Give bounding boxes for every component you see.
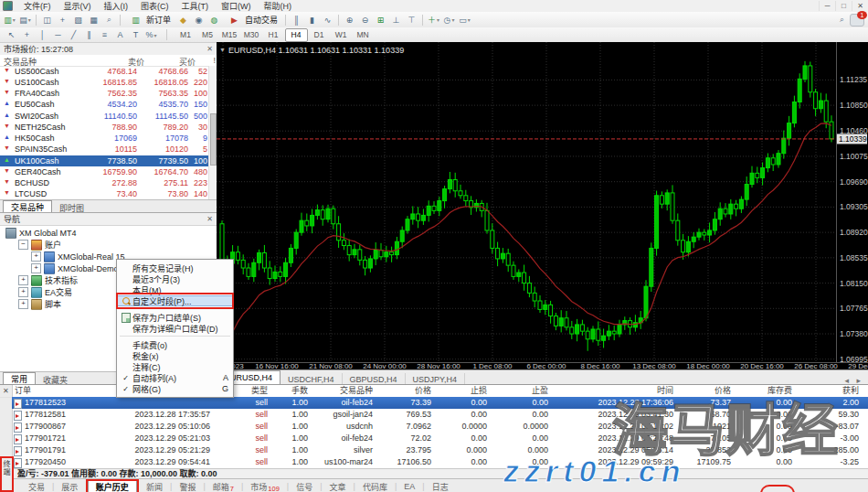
market-watch-row[interactable]: ▼US100Cash16815.8516818.05220 <box>0 77 209 88</box>
market-watch-scrollbar[interactable] <box>208 66 217 199</box>
history-col-10[interactable]: 库存费 <box>767 385 792 397</box>
zoom-out-icon[interactable]: ⊖ <box>358 14 372 26</box>
menu-item-插入(I)[interactable]: 插入(I) <box>98 0 135 12</box>
timeframe-W1[interactable]: W1 <box>331 29 352 41</box>
notifications-icon[interactable]: 1 <box>850 14 864 27</box>
market-watch-panel-icon[interactable]: ◫ <box>40 14 54 26</box>
tab-常用[interactable]: 常用 <box>3 372 36 385</box>
history-row[interactable]: 1779017912023.12.29 05:21:29sell1.00silv… <box>12 444 868 456</box>
menu-item-网格(G)[interactable]: ✓网格(G)G <box>117 383 233 394</box>
terminal-tab-EA[interactable]: EA <box>397 481 422 492</box>
cursor-icon[interactable]: ↖ <box>5 29 18 41</box>
history-row[interactable]: 1779008672023.12.29 05:10:06sell1.00usdc… <box>12 421 868 433</box>
history-row[interactable]: 1779204502023.12.29 09:54:41sell1.00us10… <box>12 456 868 468</box>
timeframe-H1[interactable]: H1 <box>263 29 284 41</box>
arrange-asc-icon[interactable]: ⊥ <box>389 14 403 26</box>
mt4-app-icon[interactable] <box>3 1 13 11</box>
line-chart-mode-icon[interactable]: ∿ <box>321 14 334 26</box>
menu-item-工具(T)[interactable]: 工具(T) <box>175 0 216 12</box>
menu-item-自定义时段(P)...[interactable]: 自定义时段(P)... <box>117 295 233 306</box>
terminal-tab-警报[interactable]: 警报 <box>172 481 203 492</box>
terminal-tab-邮箱[interactable]: 邮箱7 <box>206 481 241 492</box>
terminal-tab-文章[interactable]: 文章 <box>323 481 354 492</box>
history-col-3[interactable]: 手数 <box>291 385 308 397</box>
expander-icon[interactable]: + <box>18 299 28 309</box>
history-col-9[interactable]: 价格 <box>715 385 731 397</box>
terminal-tab-账户历史[interactable]: 账户历史 <box>88 480 137 492</box>
close-icon[interactable]: ✕ <box>206 45 213 53</box>
history-col-0[interactable]: 订单 <box>15 385 31 397</box>
history-col-7[interactable]: 止盈 <box>532 385 548 397</box>
fibonacci-tool-icon[interactable]: ≡ <box>98 29 111 41</box>
history-col-2[interactable]: 类型 <box>251 385 268 397</box>
terminal-tab-代码库[interactable]: 代码库 <box>355 481 395 492</box>
menu-item-自动排列(A)[interactable]: ✓自动排列(A)A <box>117 372 233 383</box>
timeframe-MN[interactable]: MN <box>353 29 374 41</box>
price-chart[interactable]: 1.112351.108501.104601.100751.096901.093… <box>217 42 868 369</box>
menu-item-手续费(o)[interactable]: 手续费(o) <box>117 339 233 350</box>
menu-item-所有交易记录(H)[interactable]: 所有交易记录(H) <box>117 262 233 273</box>
data-window-icon[interactable]: + <box>56 14 69 26</box>
channel-tool-icon[interactable]: ∥ <box>82 29 96 41</box>
menu-item-帮助(H)[interactable]: 帮助(H) <box>258 0 299 12</box>
shapes-tool-icon[interactable]: %▾ <box>144 29 158 41</box>
period-clock-icon[interactable]: ◷▾ <box>442 14 456 26</box>
new-order-button[interactable]: ▥新订单 <box>124 14 175 26</box>
community-icon[interactable]: ◉ <box>192 14 206 26</box>
menu-item-最近3个月(3)[interactable]: 最近3个月(3) <box>117 273 233 284</box>
label-tool-icon[interactable]: T <box>129 29 143 41</box>
text-tool-icon[interactable]: A <box>113 29 127 41</box>
timeframe-D1[interactable]: D1 <box>309 29 330 41</box>
terminal-tab-市场[interactable]: 市场109 <box>243 481 287 492</box>
search-icon[interactable]: ⌕ <box>835 14 849 26</box>
close-icon[interactable]: ✕ <box>206 215 213 223</box>
market-watch-row[interactable]: ▼BCHUSD272.88275.11223 <box>0 178 209 189</box>
scrollbar-thumb[interactable] <box>210 113 217 166</box>
crosshair-icon[interactable]: + <box>20 29 34 41</box>
strategy-tester-icon[interactable]: ⌕ <box>102 14 116 26</box>
timeframe-M30[interactable]: M30 <box>241 29 262 41</box>
arrange-desc-icon[interactable]: ⊤ <box>405 14 418 26</box>
vertical-line-tool-icon[interactable]: │ <box>36 29 49 41</box>
menu-item-文件(F)[interactable]: 文件(F) <box>17 0 58 12</box>
market-watch-row[interactable]: ▲HK50Cash17069170789 <box>0 134 209 144</box>
timeframe-M5[interactable]: M5 <box>197 29 218 41</box>
menu-item-注释(C)[interactable]: 注释(C) <box>117 361 233 372</box>
market-watch-row[interactable]: ▼LTCUSD73.4073.80140 <box>0 189 209 199</box>
history-col-4[interactable]: 交易品种 <box>340 385 373 397</box>
new-chart-icon[interactable]: ▥▾ <box>3 14 16 26</box>
expander-icon[interactable]: + <box>31 251 41 262</box>
indicators-add-icon[interactable]: ＋▾ <box>427 14 440 26</box>
zoom-in-icon[interactable]: ⊕ <box>343 14 356 26</box>
template-icon[interactable]: ▭▾ <box>458 14 471 26</box>
terminal-tab-交易[interactable]: 交易 <box>21 481 52 492</box>
tree-item-脚本[interactable]: +脚本 <box>18 298 61 310</box>
timeframe-M1[interactable]: M1 <box>175 29 196 41</box>
tab-交易品种[interactable]: 交易品种 <box>3 200 52 213</box>
profiles-icon[interactable]: ▤▾ <box>18 14 32 26</box>
metaeditor-icon[interactable]: ◆ <box>176 14 190 26</box>
history-row[interactable]: 1779017212023.12.29 05:21:03sell1.00oil-… <box>12 433 868 444</box>
autotrading-button[interactable]: ▶自动交易 <box>223 14 281 26</box>
history-col-11[interactable]: 获利 <box>842 385 859 397</box>
history-col-8[interactable]: 时间 <box>657 385 673 397</box>
tree-item-账户[interactable]: −账户 <box>18 239 61 251</box>
menu-item-税金(x)[interactable]: 税金(x) <box>117 350 233 361</box>
history-row[interactable]: 177812523sell1.00oil-feb2473.390.000.002… <box>12 397 868 409</box>
tree-item-XMGlobal-Real 15[interactable]: +XMGlobal-Real 15 <box>31 251 125 262</box>
menu-item-本月(M)[interactable]: 本月(M) <box>117 284 233 295</box>
candlestick-mode-icon[interactable]: ▮ <box>305 14 319 26</box>
market-watch-row[interactable]: ▲SWI20Cash11140.5011145.50500 <box>0 111 209 122</box>
navigator-panel-icon[interactable]: ▧ <box>71 14 85 26</box>
terminal-tab-信号[interactable]: 信号 <box>289 481 320 492</box>
tile-windows-icon[interactable]: ⊞ <box>374 14 387 26</box>
history-col-5[interactable]: 价格 <box>415 385 431 397</box>
market-watch-row[interactable]: ▼FRA40Cash7562.357563.35100 <box>0 89 209 100</box>
horizontal-line-tool-icon[interactable]: ─ <box>51 29 65 41</box>
tree-item-XMGlobal-Demo 2[interactable]: +XMGlobal-Demo 2 <box>31 262 125 274</box>
expander-icon[interactable]: + <box>18 275 28 285</box>
menu-item-图表(C)[interactable]: 图表(C) <box>134 0 175 12</box>
market-watch-row[interactable]: ▼NETH25Cash788.90789.2030 <box>0 122 209 133</box>
market-watch-row[interactable]: ▲UK100Cash7738.507739.50100 <box>0 155 209 166</box>
bar-chart-mode-icon[interactable]: ║ <box>290 14 303 26</box>
